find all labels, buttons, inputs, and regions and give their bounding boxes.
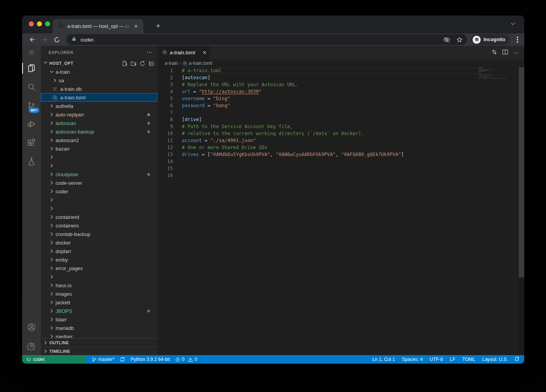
notifications-bell-icon[interactable]	[514, 356, 520, 363]
editor-tab-close-icon[interactable]: ✕	[202, 50, 207, 56]
reload-button[interactable]	[52, 35, 61, 45]
outline-panel-header[interactable]: OUTLINE	[41, 338, 157, 347]
editor-scrollbar[interactable]	[519, 67, 524, 355]
tree-item-autoscan2[interactable]: autoscan2	[41, 136, 157, 144]
new-folder-icon[interactable]	[131, 61, 136, 66]
tree-item-containerd[interactable]: containerd	[41, 213, 157, 221]
eol-status[interactable]: LF	[450, 357, 455, 362]
tree-item-a-train.db[interactable]: a-train.db	[41, 85, 157, 93]
tree-item[interactable]	[41, 272, 157, 281]
tree-item-coder[interactable]: coder	[41, 187, 157, 196]
search-icon[interactable]	[22, 78, 41, 96]
code-line[interactable]: 14	[157, 158, 524, 165]
tree-item-bazarr[interactable]: bazarr	[41, 144, 157, 153]
tree-item[interactable]	[41, 204, 157, 213]
code-line[interactable]: 10# relative to the current working dire…	[157, 130, 524, 137]
split-editor-icon[interactable]	[502, 49, 508, 57]
tree-item-jackett[interactable]: jackett	[41, 298, 157, 307]
sidebar-more-actions-icon[interactable]: ⋯	[147, 49, 153, 56]
extensions-icon[interactable]	[22, 134, 41, 152]
code-line[interactable]: 13drives = ["0AMdbDu5YgKbsUk9PVA", "0AN6…	[157, 151, 524, 158]
tree-item-authelia[interactable]: authelia	[41, 102, 157, 110]
tree-item-a-train.toml[interactable]: a-train.toml	[41, 93, 157, 102]
tab-search-chevron-icon[interactable]	[510, 21, 516, 28]
breadcrumb-folder[interactable]: a-train	[165, 61, 178, 66]
open-changes-icon[interactable]	[491, 49, 497, 57]
code-line[interactable]: 12# One or more Shared Drive IDs	[157, 144, 524, 151]
problems-status[interactable]: 0 0	[175, 357, 197, 362]
timeline-panel-header[interactable]: TIMELINE	[41, 347, 157, 355]
sync-icon[interactable]	[120, 357, 125, 362]
new-tab-button[interactable]: +	[154, 22, 163, 30]
tree-item-error_pages[interactable]: error_pages	[41, 264, 157, 272]
tree-item[interactable]	[41, 161, 157, 170]
code-editor[interactable]: 1# a-train.toml2[autoscan]3# Replace the…	[157, 67, 524, 355]
tree-item-lidarr[interactable]: lidarr	[41, 315, 157, 324]
tree-item-a-train[interactable]: a-train	[41, 68, 157, 76]
git-branch-status[interactable]: master*	[92, 357, 114, 362]
code-line[interactable]: 11account = "./sa/4991.json"	[157, 137, 524, 144]
code-line[interactable]: 15	[157, 165, 524, 172]
tree-item-code-server[interactable]: code-server	[41, 179, 157, 187]
run-debug-icon[interactable]	[22, 115, 41, 134]
language-mode[interactable]: TOML	[462, 357, 475, 362]
code-line[interactable]: 1# a-train.toml	[157, 67, 524, 74]
tree-item-autoscan[interactable]: autoscan	[41, 119, 157, 127]
source-control-icon[interactable]: 9K+	[22, 96, 41, 115]
code-line[interactable]: 3# Replace the URL with your Autoscan UR…	[157, 81, 524, 88]
collapse-folders-icon[interactable]	[148, 61, 154, 66]
tree-item-mediarr[interactable]: mediarr	[41, 332, 157, 338]
tree-item-emby[interactable]: emby	[41, 255, 157, 264]
editor-more-actions-icon[interactable]: ⋯	[513, 50, 519, 56]
editor-tab[interactable]: a-train.toml ✕	[157, 46, 210, 59]
code-line[interactable]: 9# Path to the Service Account key file,	[157, 123, 524, 130]
tree-item-crontab-backup[interactable]: crontab-backup	[41, 230, 157, 238]
close-window-button[interactable]	[29, 21, 34, 26]
tree-item-JBOPS[interactable]: JBOPS	[41, 307, 157, 315]
explorer-icon[interactable]	[22, 59, 41, 78]
tree-item-containers[interactable]: containers	[41, 221, 157, 230]
account-icon[interactable]	[22, 318, 41, 336]
bookmark-star-icon[interactable]	[456, 36, 463, 43]
tree-item-doplarr[interactable]: doplarr	[41, 247, 157, 255]
code-line[interactable]: 4url = "http://autoscan:3030"	[157, 88, 524, 95]
new-file-icon[interactable]	[122, 61, 127, 66]
breadcrumb-file[interactable]: a-train.toml	[189, 61, 212, 66]
code-line[interactable]: 2[autoscan]	[157, 74, 524, 81]
python-interpreter[interactable]: Python 3.9.2 64-bit	[131, 357, 170, 362]
tree-item-docker[interactable]: docker	[41, 238, 157, 247]
forward-button[interactable]	[40, 35, 49, 45]
tree-item[interactable]	[41, 153, 157, 161]
browser-tab[interactable]: a-train.toml — host_opt — cod ×	[52, 19, 143, 33]
indentation-status[interactable]: Spaces: 4	[402, 357, 422, 362]
minimize-window-button[interactable]	[37, 21, 42, 26]
minimap[interactable]: # a-train.toml[autoscan]# Replace the UR…	[479, 67, 510, 82]
remote-indicator[interactable]: coder.	[22, 355, 86, 364]
tree-item-hass.io[interactable]: hass.io	[41, 281, 157, 290]
tree-item[interactable]	[41, 196, 157, 204]
tree-item-autoscan-backup[interactable]: autoscan-backup	[41, 127, 157, 136]
code-line[interactable]: 7	[157, 109, 524, 116]
cursor-position[interactable]: Ln 1, Col 1	[372, 357, 395, 362]
settings-gear-icon[interactable]	[22, 336, 41, 355]
tree-item-mariadb[interactable]: mariadb	[41, 324, 157, 332]
browser-menu-icon[interactable]: •••	[515, 36, 520, 43]
keyboard-layout[interactable]: Layout: U.S.	[482, 357, 508, 362]
eye-off-icon[interactable]	[443, 36, 450, 43]
maximize-window-button[interactable]	[45, 21, 50, 26]
section-header-host-opt[interactable]: HOST_OPT	[41, 59, 157, 68]
refresh-icon[interactable]	[140, 61, 145, 66]
encoding-status[interactable]: UTF-8	[430, 357, 443, 362]
tree-item-images[interactable]: images	[41, 290, 157, 298]
code-line[interactable]: 16	[157, 172, 524, 179]
tree-item-cloudplow[interactable]: cloudplow	[41, 170, 157, 179]
testing-icon[interactable]	[22, 152, 41, 171]
menu-hamburger-icon[interactable]	[22, 46, 41, 59]
tree-item-sa[interactable]: sa	[41, 76, 157, 85]
code-line[interactable]: 5username = "bing"	[157, 95, 524, 102]
tab-close-icon[interactable]: ×	[133, 23, 140, 29]
scrollbar-thumb[interactable]	[519, 67, 524, 278]
back-button[interactable]	[28, 35, 37, 45]
tree-item-auto-replyarr[interactable]: auto-replyarr	[41, 110, 157, 119]
code-line[interactable]: 8[drive]	[157, 116, 524, 123]
